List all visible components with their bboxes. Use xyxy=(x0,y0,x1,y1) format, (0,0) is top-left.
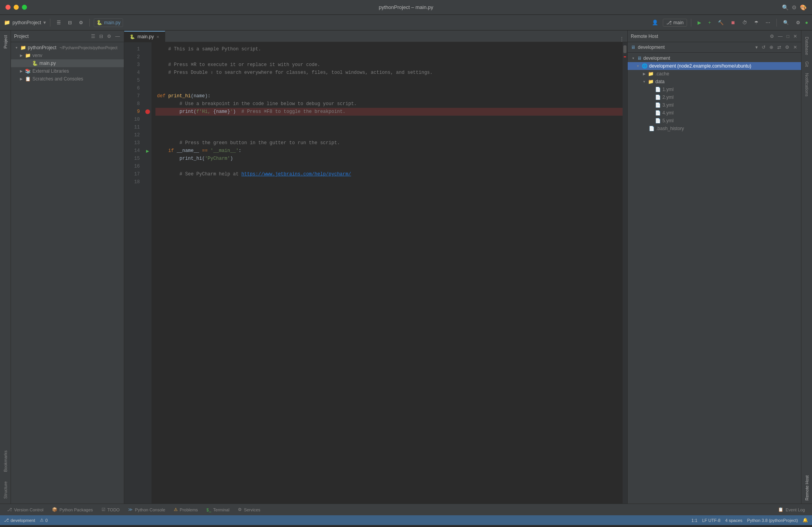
notifications-side-tab[interactable]: Notifications xyxy=(803,70,811,100)
remote-item-dev-root[interactable]: ▾ 🖥 development xyxy=(628,54,801,62)
editor-scrollbar[interactable] xyxy=(623,42,627,504)
comment-1: # This is a sample Python script. xyxy=(157,45,261,53)
py-file-icon: 🐍 xyxy=(32,61,38,66)
remote-item-4yml[interactable]: 📄 4.yml xyxy=(628,109,801,117)
database-side-tab[interactable]: Database xyxy=(803,34,811,58)
panel-settings-button[interactable]: ⚙ xyxy=(106,33,112,40)
sep3 xyxy=(691,19,691,27)
hamburger-button[interactable]: ☰ xyxy=(54,19,63,27)
status-python[interactable]: Python 3.8 (pythonProject) xyxy=(747,518,798,523)
more-actions-button[interactable]: ⋯ xyxy=(763,19,773,27)
tab-version-control[interactable]: ⎇ Version Control xyxy=(3,505,47,515)
code-editor[interactable]: # This is a sample Python script. # Pres… xyxy=(152,42,623,504)
tab-todo[interactable]: ☑ TODO xyxy=(98,505,124,515)
search-everywhere-button[interactable]: 🔍 xyxy=(781,19,791,27)
tab-main-py[interactable]: 🐍 main.py ✕ xyxy=(124,31,165,42)
line-num-6: 6 xyxy=(124,84,140,92)
tab-menu-button[interactable]: ⋮ xyxy=(616,36,627,42)
close-button[interactable] xyxy=(5,5,11,10)
tree-item-venv[interactable]: ▶ 📁 venv xyxy=(11,52,124,59)
remote-label: development (node2.example.com/home/ubun… xyxy=(649,63,751,69)
tree-item-path: ~/PycharmProjects/pythonProject xyxy=(59,46,117,50)
jetbrains-link[interactable]: https://www.jetbrains.com/help/pycharm/ xyxy=(241,170,351,178)
remote-label: 5.yml xyxy=(662,118,674,123)
color-picker-icon[interactable]: 🎨 xyxy=(800,4,807,11)
fstring-end: ' xyxy=(230,108,233,116)
panel-collapse-button[interactable]: ⊟ xyxy=(98,33,104,40)
remote-item-data[interactable]: ▾ 📁 data xyxy=(628,78,801,86)
remote-item-2yml[interactable]: 📄 2.yml xyxy=(628,93,801,101)
remote-close2-button[interactable]: ✕ xyxy=(792,44,798,51)
toolbar: 📁 pythonProject ▾ ☰ ⊟ ⚙ 🐍 main.py 👤 ⎇ ma… xyxy=(0,15,812,30)
remote-item-3yml[interactable]: 📄 3.yml xyxy=(628,101,801,109)
tab-python-console[interactable]: ≫ Python Console xyxy=(124,505,169,515)
main-py-tab[interactable]: 🐍 main.py xyxy=(94,18,123,27)
remote-item-5yml[interactable]: 📄 5.yml xyxy=(628,117,801,125)
minimize-button[interactable] xyxy=(14,5,19,10)
status-encoding[interactable]: LF UTF-8 xyxy=(702,518,721,523)
user-icon[interactable]: 👤 xyxy=(652,20,658,25)
code-line-17: # See PyCharm help at https://www.jetbra… xyxy=(155,170,623,178)
remote-item-dev-node[interactable]: ▾ 🌐 development (node2.example.com/home/… xyxy=(628,62,801,70)
status-line-col[interactable]: 1:1 xyxy=(691,518,697,523)
remote-settings-button[interactable]: ⚙ xyxy=(769,33,775,40)
bookmarks-side-tab[interactable]: Bookmarks xyxy=(1,446,10,477)
tree-item-external-libraries[interactable]: ▶ 📚 External Libraries xyxy=(11,67,124,75)
remote-item-bash-history[interactable]: 📄 .bash_history xyxy=(628,125,801,132)
status-warning[interactable]: ⚠ 0 xyxy=(40,518,48,523)
tab-services[interactable]: ⚙ Services xyxy=(234,505,264,515)
status-notifications[interactable]: 🔔 xyxy=(803,518,808,523)
git-side-tab[interactable]: Git xyxy=(803,58,811,70)
build-button[interactable]: 🔨 xyxy=(716,19,726,27)
remote-item-cache[interactable]: ▶ 📁 .cache xyxy=(628,70,801,78)
status-branch[interactable]: ⎇ development xyxy=(4,518,35,523)
panel-minimize-button[interactable]: — xyxy=(114,33,121,40)
gutter-18 xyxy=(144,178,152,186)
tab-problems[interactable]: ⚠ Problems xyxy=(170,505,202,515)
coverage-button[interactable]: ☂ xyxy=(752,19,761,27)
stop-button[interactable]: ⏹ xyxy=(728,19,738,27)
code-line-8: # Use a breakpoint in the code line belo… xyxy=(155,100,623,108)
remote-settings2-button[interactable]: ⚙ xyxy=(784,44,790,51)
remote-item-1yml[interactable]: 📄 1.yml xyxy=(628,86,801,93)
remote-expand-button[interactable]: □ xyxy=(786,33,790,40)
status-bar: ⎇ development ⚠ 0 1:1 LF UTF-8 4 spaces … xyxy=(0,515,812,525)
line-num-2: 2 xyxy=(124,53,140,61)
panel-menu-button[interactable]: ☰ xyxy=(90,33,96,40)
connection-dropdown[interactable]: ▾ xyxy=(755,44,758,51)
tree-item-pythonproject[interactable]: ▾ 📁 pythonProject ~/PycharmProjects/pyth… xyxy=(11,44,124,52)
settings-icon[interactable]: ⚙ xyxy=(792,4,797,11)
tab-event-log[interactable]: 📋 Event Log xyxy=(774,505,809,515)
remote-sync-button[interactable]: ⇄ xyxy=(776,44,782,51)
structure-side-tab[interactable]: Structure xyxy=(1,477,10,504)
search-icon[interactable]: 🔍 xyxy=(782,4,789,11)
project-side-tab[interactable]: Project xyxy=(1,30,10,53)
toolbar-settings-button[interactable]: ⚙ xyxy=(794,19,803,27)
tab-terminal[interactable]: $_ Terminal xyxy=(203,505,234,515)
remote-label: 1.yml xyxy=(662,87,674,92)
maximize-button[interactable] xyxy=(22,5,27,10)
remote-refresh-button[interactable]: ↺ xyxy=(761,44,766,51)
add-config-button[interactable]: + xyxy=(706,19,713,27)
status-indent[interactable]: 4 spaces xyxy=(725,518,742,523)
traffic-lights xyxy=(5,5,27,10)
line-num-12: 12 xyxy=(124,131,140,139)
remote-new-button[interactable]: ⊕ xyxy=(769,44,774,51)
split-button[interactable]: ⊟ xyxy=(66,19,74,27)
tab-python-packages[interactable]: 📦 Python Packages xyxy=(48,505,97,515)
remote-minimize-button[interactable]: — xyxy=(777,33,783,40)
connection-label: development xyxy=(638,45,752,50)
project-dropdown-icon[interactable]: ▾ xyxy=(43,20,46,25)
arrow-icon: ▶ xyxy=(19,69,23,73)
settings-toolbar-button[interactable]: ⚙ xyxy=(77,19,86,27)
remote-host-side-tab[interactable]: Remote Host xyxy=(803,472,811,504)
branch-button[interactable]: ⎇ main xyxy=(663,19,687,27)
arrow-icon: ▾ xyxy=(642,79,646,84)
code-line-3: # Press ⌘R to execute it or replace it w… xyxy=(155,61,623,69)
profile-button[interactable]: ⏱ xyxy=(740,19,750,27)
tab-close-icon[interactable]: ✕ xyxy=(156,35,159,39)
run-button[interactable]: ▶ xyxy=(695,19,703,27)
tree-item-scratches[interactable]: ▶ 📋 Scratches and Consoles xyxy=(11,75,124,83)
tree-item-main-py[interactable]: 🐍 main.py xyxy=(11,59,124,67)
remote-close-button[interactable]: ✕ xyxy=(792,33,798,40)
